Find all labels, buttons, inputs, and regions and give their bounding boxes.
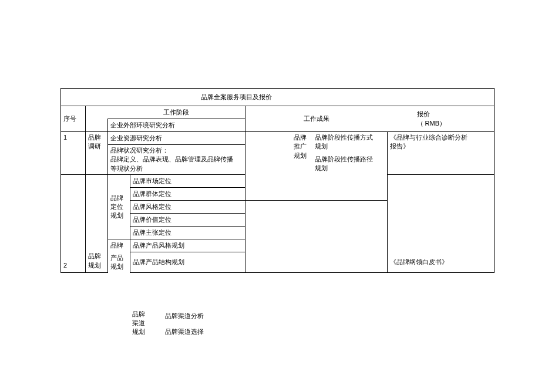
pos-market: 品牌市场定位 bbox=[130, 175, 245, 188]
activity-resource: 企业资源研究分析 bbox=[108, 132, 245, 145]
col-result: 工作成果 bbox=[245, 106, 388, 132]
header-row: 序号 工作阶段 工作成果 报价（ RMB） bbox=[61, 106, 495, 119]
pos-group: 品牌群体定位 bbox=[130, 188, 245, 201]
pos-style: 品牌风格定位 bbox=[130, 201, 245, 214]
note-path: 品牌阶段性传播路径 规划 bbox=[315, 155, 385, 173]
cat-plan: 品牌 规划 bbox=[86, 175, 108, 273]
cat-research: 品牌 调研 bbox=[86, 132, 108, 175]
seq-1: 1 bbox=[61, 132, 86, 175]
channel-select: 品牌渠道选择 bbox=[165, 327, 204, 336]
row-seq1: 1 品牌 调研 企业资源研究分析 品牌 推广 规划 品牌阶段性传播方式 规划 品… bbox=[61, 132, 495, 145]
seq-2: 2 bbox=[61, 175, 86, 273]
price-report2: 《品牌纲领白皮书》 bbox=[388, 175, 495, 273]
sub-product: 产品 规划 bbox=[108, 252, 130, 273]
brand-service-table: 品牌全案服务项目及报价 序号 工作阶段 工作成果 报价（ RMB） 企业外部环境… bbox=[60, 88, 495, 273]
brand-struct-plan: 品牌产品结构规划 bbox=[130, 252, 245, 273]
result-promo-notes: 品牌阶段性传播方式 规划 品牌阶段性传播路径 规划 bbox=[312, 132, 388, 201]
result-promo-label: 品牌 推广 规划 bbox=[245, 132, 312, 201]
sub-positioning: 品牌 定位 规划 bbox=[108, 175, 130, 239]
activity-ext-env: 企业外部环境研究分析 bbox=[108, 119, 245, 132]
pos-value: 品牌价值定位 bbox=[130, 214, 245, 227]
title-row: 品牌全案服务项目及报价 bbox=[61, 89, 495, 106]
col-price: 报价（ RMB） bbox=[388, 106, 495, 132]
pos-claim: 品牌主张定位 bbox=[130, 227, 245, 239]
table-title: 品牌全案服务项目及报价 bbox=[86, 89, 388, 106]
activity-status: 品牌状况研究分析： 品牌定义、品牌表现、品牌管理及品牌传播 等现状分析 bbox=[108, 145, 245, 175]
channel-analysis: 品牌渠道分析 bbox=[165, 312, 204, 320]
sub-channel: 品牌 渠道 规划 bbox=[132, 310, 145, 336]
col-seq: 序号 bbox=[61, 106, 86, 132]
price-report1: 《品牌与行业综合诊断分析 报告》 bbox=[388, 132, 495, 175]
sub-brand: 品牌 bbox=[108, 239, 130, 252]
note-method: 品牌阶段性传播方式 规划 bbox=[315, 133, 385, 151]
col-stage: 工作阶段 bbox=[108, 106, 245, 119]
brand-style-plan: 品牌产品风格规划 bbox=[130, 239, 245, 252]
